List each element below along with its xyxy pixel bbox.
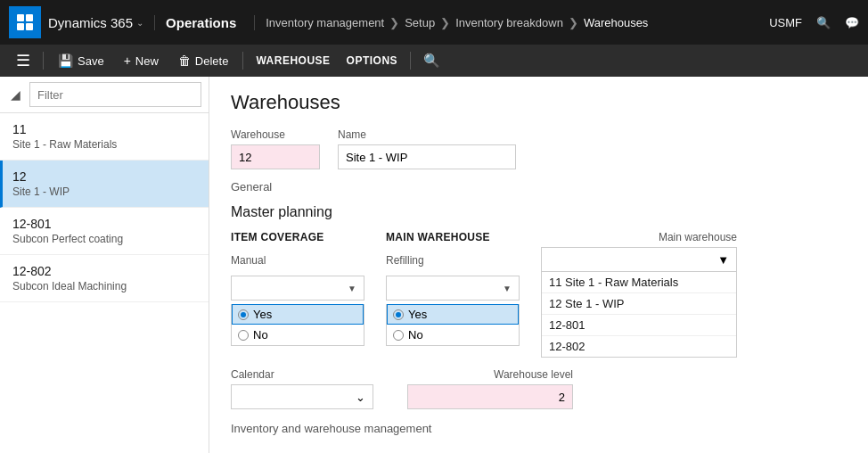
calendar-chevron: ⌄	[356, 391, 365, 404]
item-coverage-header: ITEM COVERAGE	[231, 231, 364, 243]
main-warehouse-col: MAIN WAREHOUSE Refilling ▼ Yes N	[386, 231, 520, 346]
breadcrumb: Inventory management ❯ Setup ❯ Inventory…	[266, 16, 769, 29]
bc-sep-3: ❯	[569, 16, 578, 29]
toolbar-divider-2	[242, 52, 243, 70]
delete-button[interactable]: 🗑 Delete	[169, 45, 238, 77]
bc-item-1[interactable]: Inventory management	[266, 16, 384, 29]
manual-label: Manual	[231, 254, 364, 267]
refilling-yes-label: Yes	[408, 308, 427, 321]
toolbar-divider-3	[410, 52, 411, 70]
sidebar-item-12802[interactable]: 12-802 Subcon Ideal Machining	[0, 255, 209, 302]
warehouse-label: Warehouse	[231, 128, 320, 141]
bc-item-3[interactable]: Inventory breakdown	[455, 16, 563, 29]
sidebar-item-name-12: Site 1 - WIP	[12, 185, 196, 198]
general-section: General	[231, 180, 847, 194]
refilling-yes-option[interactable]: Yes	[387, 304, 519, 325]
mw-item-12801[interactable]: 12-801	[542, 315, 736, 336]
calendar-select[interactable]: ⌄	[231, 384, 373, 409]
hamburger-icon[interactable]: ☰	[9, 51, 37, 70]
toolbar: ☰ 💾 Save + New 🗑 Delete WAREHOUSE OPTION…	[0, 45, 868, 77]
app-icon[interactable]	[9, 6, 41, 38]
bc-item-2[interactable]: Setup	[405, 16, 435, 29]
item-coverage-col: ITEM COVERAGE Manual ▼ Yes No	[231, 231, 364, 346]
sidebar-item-code-12802: 12-802	[12, 264, 196, 278]
svg-rect-1	[26, 14, 33, 21]
main-warehouse-dropdown-header[interactable]: ▼	[541, 247, 737, 272]
refilling-no-radio	[393, 330, 404, 341]
sidebar-item-name-12802: Subcon Ideal Machining	[12, 280, 196, 292]
manual-no-radio	[238, 330, 249, 341]
name-field: Name	[338, 128, 516, 169]
manual-dropdown-arrow: ▼	[348, 284, 356, 293]
warehouse-level-input[interactable]	[407, 384, 573, 409]
nav-right: USMF 🔍 💬	[769, 16, 859, 29]
new-icon: +	[124, 54, 131, 68]
refilling-label: Refilling	[386, 254, 520, 267]
filter-input[interactable]	[29, 82, 201, 107]
toolbar-divider-1	[43, 52, 44, 70]
dynamics-chevron: ⌄	[136, 18, 143, 28]
svg-rect-3	[26, 23, 33, 30]
mw-item-12[interactable]: 12 Ste 1 - WIP	[542, 293, 736, 315]
inventory-mgmt-label: Inventory and warehouse management	[231, 422, 847, 435]
top-navigation: Dynamics 365 ⌄ Operations Inventory mana…	[0, 0, 868, 45]
sidebar-item-name-11: Site 1 - Raw Materials	[12, 138, 196, 151]
sidebar-item-11[interactable]: 11 Site 1 - Raw Materials	[0, 113, 209, 161]
mp-grid: ITEM COVERAGE Manual ▼ Yes No	[231, 231, 847, 358]
delete-icon: 🗑	[178, 54, 191, 68]
page-title: Warehouses	[231, 91, 847, 114]
refilling-dropdown[interactable]: ▼	[386, 276, 520, 301]
toolbar-search-icon[interactable]: 🔍	[416, 53, 447, 69]
manual-yes-radio	[238, 309, 249, 320]
dynamics-nav[interactable]: Dynamics 365 ⌄	[48, 15, 155, 30]
dynamics-label: Dynamics 365	[48, 15, 133, 30]
warehouse-input[interactable]	[231, 144, 320, 169]
warehouse-level-field: Warehouse level	[395, 368, 573, 409]
sidebar-item-code-11: 11	[12, 122, 196, 136]
warehouse-section-label: WAREHOUSE	[249, 54, 337, 67]
save-button[interactable]: 💾 Save	[49, 45, 113, 77]
refilling-dropdown-arrow: ▼	[503, 284, 512, 293]
master-planning-header: Master planning	[231, 204, 847, 220]
bc-sep-2: ❯	[440, 16, 450, 29]
content-area: Warehouses Warehouse Name General Master…	[209, 77, 868, 453]
calendar-field: Calendar ⌄	[231, 368, 373, 409]
main-warehouse-list: 11 Site 1 - Raw Materials 12 Ste 1 - WIP…	[541, 272, 737, 358]
mw-item-12802[interactable]: 12-802	[542, 336, 736, 357]
sidebar-list: 11 Site 1 - Raw Materials 12 Site 1 - WI…	[0, 113, 209, 453]
refilling-no-option[interactable]: No	[387, 325, 519, 345]
bc-item-4[interactable]: Warehouses	[584, 16, 649, 29]
name-label: Name	[338, 128, 516, 141]
warehouse-level-label: Warehouse level	[494, 368, 573, 381]
message-icon[interactable]: 💬	[845, 16, 859, 29]
main-warehouse-list-label: Main warehouse	[541, 231, 737, 243]
new-label: New	[135, 54, 159, 68]
svg-rect-0	[17, 14, 24, 21]
sidebar-item-12[interactable]: 12 Site 1 - WIP	[0, 161, 209, 208]
svg-rect-2	[17, 23, 24, 30]
mw-item-11[interactable]: 11 Site 1 - Raw Materials	[542, 272, 736, 293]
sidebar-item-name-12801: Subcon Perfect coating	[12, 233, 196, 245]
delete-label: Delete	[195, 54, 229, 68]
refilling-yes-radio	[393, 309, 404, 320]
sidebar-item-code-12: 12	[12, 169, 196, 184]
name-input[interactable]	[338, 144, 516, 169]
sidebar-item-12801[interactable]: 12-801 Subcon Perfect coating	[0, 208, 209, 255]
save-icon: 💾	[58, 54, 73, 68]
warehouse-name-row: Warehouse Name	[231, 128, 847, 169]
new-button[interactable]: + New	[115, 45, 168, 77]
main-warehouse-list-col: Main warehouse ▼ 11 Site 1 - Raw Materia…	[541, 231, 737, 358]
bottom-row: Calendar ⌄ Warehouse level	[231, 368, 847, 409]
manual-yes-option[interactable]: Yes	[232, 304, 364, 325]
module-label: Operations	[166, 15, 255, 30]
search-icon[interactable]: 🔍	[816, 16, 831, 29]
manual-no-option[interactable]: No	[232, 325, 364, 345]
refilling-no-label: No	[408, 328, 423, 342]
bc-sep-1: ❯	[389, 16, 399, 29]
save-label: Save	[78, 54, 104, 68]
manual-yes-label: Yes	[253, 308, 272, 321]
main-warehouse-header: MAIN WAREHOUSE	[386, 231, 520, 243]
filter-funnel-icon[interactable]: ◢	[7, 86, 24, 103]
warehouse-field: Warehouse	[231, 128, 320, 169]
manual-dropdown[interactable]: ▼	[231, 276, 364, 301]
